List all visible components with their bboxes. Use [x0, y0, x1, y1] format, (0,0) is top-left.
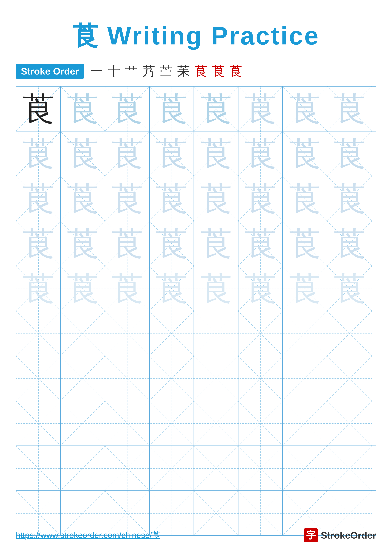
svg-line-128: [16, 446, 60, 490]
cell-4-2[interactable]: 莨: [61, 221, 105, 266]
cell-8-2[interactable]: [61, 401, 105, 445]
cell-9-7[interactable]: [283, 446, 327, 490]
svg-line-103: [150, 357, 193, 401]
cell-5-5[interactable]: 莨: [194, 266, 238, 311]
cell-8-1[interactable]: [16, 401, 61, 445]
svg-line-96: [16, 357, 60, 401]
cell-1-1[interactable]: 莨: [16, 87, 61, 131]
cell-8-4[interactable]: [150, 401, 194, 445]
cell-6-7[interactable]: [283, 311, 327, 356]
cell-6-8[interactable]: [327, 311, 372, 356]
cell-5-8[interactable]: 莨: [327, 266, 372, 311]
svg-line-126: [327, 401, 372, 445]
cell-9-1[interactable]: [16, 446, 61, 490]
cell-2-1[interactable]: 莨: [16, 131, 61, 176]
cell-4-4[interactable]: 莨: [150, 221, 194, 266]
cell-9-5[interactable]: [194, 446, 238, 490]
cell-3-1[interactable]: 莨: [16, 176, 61, 221]
cell-2-5[interactable]: 莨: [194, 131, 238, 176]
cell-5-4[interactable]: 莨: [150, 266, 194, 311]
cell-7-1[interactable]: [16, 356, 61, 401]
cell-6-6[interactable]: [238, 311, 283, 356]
cell-1-7[interactable]: 莨: [283, 87, 327, 131]
practice-char: 莨: [111, 183, 143, 215]
cell-4-8[interactable]: 莨: [327, 221, 372, 266]
cell-8-6[interactable]: [238, 401, 283, 445]
cell-3-6[interactable]: 莨: [238, 176, 283, 221]
cell-3-7[interactable]: 莨: [283, 176, 327, 221]
cell-3-2[interactable]: 莨: [61, 176, 105, 221]
svg-line-134: [150, 446, 193, 490]
cell-6-3[interactable]: [105, 311, 150, 356]
cell-3-5[interactable]: 莨: [194, 176, 238, 221]
svg-line-90: [238, 312, 282, 356]
cell-5-1[interactable]: 莨: [16, 266, 61, 311]
stroke-7: 茛: [195, 63, 207, 80]
cell-1-8[interactable]: 莨: [327, 87, 372, 131]
cell-9-6[interactable]: [238, 446, 283, 490]
cell-7-5[interactable]: [194, 356, 238, 401]
footer-logo: 字 StrokeOrder: [304, 528, 376, 542]
practice-char: 莨: [200, 183, 232, 215]
cell-5-3[interactable]: 莨: [105, 266, 150, 311]
cell-5-7[interactable]: 莨: [283, 266, 327, 311]
cell-8-5[interactable]: [194, 401, 238, 445]
cell-9-2[interactable]: [61, 446, 105, 490]
svg-line-124: [283, 401, 327, 445]
cell-1-5[interactable]: 莨: [194, 87, 238, 131]
cell-7-6[interactable]: [238, 356, 283, 401]
cell-7-2[interactable]: [61, 356, 105, 401]
cell-7-8[interactable]: [327, 356, 372, 401]
cell-4-3[interactable]: 莨: [105, 221, 150, 266]
cell-1-3[interactable]: 莨: [105, 87, 150, 131]
cell-9-3[interactable]: [105, 446, 150, 490]
svg-line-119: [150, 401, 193, 445]
cell-5-6[interactable]: 莨: [238, 266, 283, 311]
cell-6-5[interactable]: [194, 311, 238, 356]
cell-2-7[interactable]: 莨: [283, 131, 327, 176]
svg-line-132: [105, 446, 149, 490]
cell-3-8[interactable]: 莨: [327, 176, 372, 221]
cell-7-7[interactable]: [283, 356, 327, 401]
cell-9-8[interactable]: [327, 446, 372, 490]
cell-2-8[interactable]: 莨: [327, 131, 372, 176]
cell-3-3[interactable]: 莨: [105, 176, 150, 221]
stroke-order-row: Stroke Order 一 十 艹 艿 苎 苿 茛 莨 莨: [16, 63, 376, 80]
cell-4-6[interactable]: 莨: [238, 221, 283, 266]
svg-line-105: [194, 357, 238, 401]
cell-5-2[interactable]: 莨: [61, 266, 105, 311]
practice-grid: 莨 莨 莨 莨: [16, 86, 376, 536]
cell-9-4[interactable]: [150, 446, 194, 490]
svg-line-120: [194, 401, 238, 445]
cell-4-1[interactable]: 莨: [16, 221, 61, 266]
cell-6-2[interactable]: [61, 311, 105, 356]
cell-6-1[interactable]: [16, 311, 61, 356]
cell-2-6[interactable]: 莨: [238, 131, 283, 176]
cell-2-3[interactable]: 莨: [105, 131, 150, 176]
practice-char: 莨: [22, 273, 54, 304]
cell-2-2[interactable]: 莨: [61, 131, 105, 176]
cell-1-4[interactable]: 莨: [150, 87, 194, 131]
cell-8-3[interactable]: [105, 401, 150, 445]
cell-1-6[interactable]: 莨: [238, 87, 283, 131]
cell-3-4[interactable]: 莨: [150, 176, 194, 221]
practice-char: 莨: [334, 183, 365, 215]
cell-6-4[interactable]: [150, 311, 194, 356]
footer-url-link[interactable]: https://www.strokeorder.com/chinese/莨: [16, 530, 160, 541]
cell-2-4[interactable]: 莨: [150, 131, 194, 176]
svg-line-123: [238, 401, 282, 445]
stroke-3: 艹: [125, 63, 138, 80]
practice-char: 莨: [156, 138, 187, 170]
footer: https://www.strokeorder.com/chinese/莨 字 …: [0, 528, 392, 542]
cell-4-5[interactable]: 莨: [194, 221, 238, 266]
practice-char: 莨: [67, 138, 99, 170]
cell-8-8[interactable]: [327, 401, 372, 445]
cell-1-2[interactable]: 莨: [61, 87, 105, 131]
cell-8-7[interactable]: [283, 401, 327, 445]
cell-7-4[interactable]: [150, 356, 194, 401]
stroke-order-badge: Stroke Order: [16, 64, 84, 79]
cell-4-7[interactable]: 莨: [283, 221, 327, 266]
grid-row-8: [16, 401, 376, 446]
grid-row-4: 莨 莨 莨 莨: [16, 221, 376, 266]
cell-7-3[interactable]: [105, 356, 150, 401]
